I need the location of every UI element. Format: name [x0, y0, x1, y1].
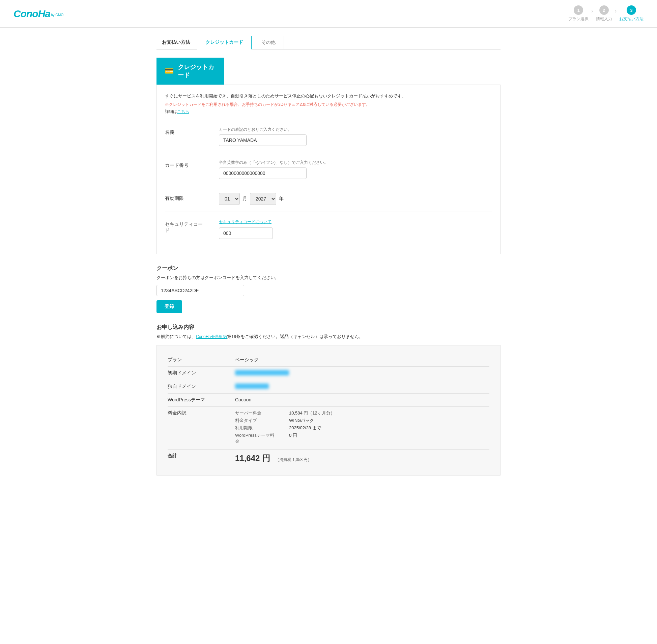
coupon-register-button[interactable]: 登録 [156, 300, 182, 313]
coupon-title: クーポン [156, 265, 501, 272]
security-label: セキュリティコード [165, 219, 205, 233]
step-2-circle: 2 [599, 5, 609, 15]
order-val-own-domain [235, 384, 269, 390]
order-key-wp-theme: WordPressテーマ [168, 397, 222, 403]
month-unit: 月 [242, 196, 247, 202]
wp-theme-fee-label: WordPressテーマ料金 [235, 432, 276, 444]
order-key-total: 合計 [168, 453, 222, 459]
card-number-label: カード番号 [165, 160, 205, 168]
order-val-initial-domain [235, 370, 289, 376]
order-val-plan: ベーシック [235, 357, 259, 363]
step-arrow-1: › [591, 8, 593, 14]
order-row-initial-domain: 初期ドメイン [168, 367, 489, 380]
coupon-desc: クーポンをお持ちの方はクーポンコードを入力してください。 [156, 275, 501, 281]
total-amount: 11,642 円 [235, 454, 270, 463]
wp-theme-fee-val: 0 円 [289, 432, 297, 444]
security-code-link[interactable]: セキュリティコードについて [219, 220, 271, 224]
tab-other[interactable]: その他 [253, 36, 284, 49]
step-1-circle: 1 [574, 5, 583, 15]
credit-card-title: クレジットカード [178, 63, 216, 79]
sub-row-type: 料金タイプ WINGパック [235, 417, 335, 423]
fee-type-val: WINGパック [289, 417, 314, 423]
credit-card-icon: 💳 [165, 67, 174, 75]
step-3: 3 お支払い方法 [619, 5, 643, 22]
order-section: お申し込み内容 ※解約については、ConoHa会員規約第19条をご確認ください。… [156, 324, 501, 476]
tab-credit-card[interactable]: クレジットカード [197, 36, 251, 49]
header: ConoHa by GMO 1 プラン選択 › 2 情報入力 › 3 お支払い方… [0, 0, 657, 28]
name-input[interactable] [219, 135, 307, 146]
card-number-input[interactable] [219, 167, 307, 179]
server-fee-val: 10,584 円（12ヶ月分） [289, 410, 335, 416]
order-note: ※解約については、ConoHa会員規約第19条をご確認ください。返品（キャンセル… [156, 334, 501, 340]
order-title: お申し込み内容 [156, 324, 501, 331]
link-prefix: 詳細は [165, 109, 177, 114]
tabs-container: お支払い方法 クレジットカード その他 [156, 36, 501, 49]
order-key-price-detail: 料金内訳 [168, 410, 222, 416]
order-terms-link[interactable]: ConoHa会員規約 [196, 334, 227, 339]
step-arrow-2: › [615, 8, 616, 14]
credit-warning-text: ※クレジットカードをご利用される場合、お手持ちのカードが3Dセキュア2.0に対応… [165, 102, 492, 108]
expiry-row: 01020304 05060708 09101112 月 20242025202… [219, 193, 492, 205]
tax-note: （消費税 1,058 円） [275, 457, 312, 462]
logo-area: ConoHa by GMO [14, 8, 63, 20]
form-row-expiry: 有効期限 01020304 05060708 09101112 月 202420… [165, 186, 492, 212]
step-2-label: 情報入力 [596, 16, 612, 22]
credit-card-header: 💳 クレジットカード [156, 58, 224, 85]
step-3-circle: 3 [627, 5, 636, 15]
own-domain-blurred [235, 384, 269, 389]
server-fee-label: サーバー料金 [235, 410, 276, 416]
logo-sub: by GMO [51, 13, 63, 17]
order-row-price-detail: 料金内訳 サーバー料金 10,584 円（12ヶ月分） 料金タイプ WINGパッ… [168, 407, 489, 450]
step-1-label: プラン選択 [568, 16, 589, 22]
year-unit: 年 [279, 196, 284, 202]
security-code-input[interactable] [219, 228, 273, 239]
step-1: 1 プラン選択 [568, 5, 589, 22]
expiry-label: 有効期限 [165, 193, 205, 202]
coupon-input[interactable] [156, 285, 244, 296]
main-content: お支払い方法 クレジットカード その他 💳 クレジットカード すぐにサービスを利… [143, 28, 514, 495]
order-key-initial-domain: 初期ドメイン [168, 370, 222, 376]
period-val: 2025/02/28 まで [289, 425, 321, 431]
name-label: 名義 [165, 127, 205, 136]
credit-card-body: すぐにサービスを利用開始でき、自動引き落としのためサービス停止の心配もないクレジ… [156, 85, 501, 254]
coupon-section: クーポン クーポンをお持ちの方はクーポンコードを入力してください。 登録 [156, 265, 501, 313]
name-hint: カードの表記のとおりご入力ください。 [219, 127, 492, 133]
form-row-card-number: カード番号 半角英数字のみ（「-(ハイフン)」なし）でご入力ください。 [165, 153, 492, 186]
order-row-own-domain: 独自ドメイン [168, 380, 489, 394]
card-number-hint: 半角英数字のみ（「-(ハイフン)」なし）でご入力ください。 [219, 160, 492, 165]
sub-row-wp-fee: WordPressテーマ料金 0 円 [235, 432, 335, 444]
step-2: 2 情報入力 [596, 5, 612, 22]
initial-domain-blurred [235, 370, 289, 375]
order-key-own-domain: 独自ドメイン [168, 384, 222, 390]
security-field-container: セキュリティコードについて [219, 219, 492, 239]
expiry-year-select[interactable]: 202420252026 202720282029 20302031203220… [250, 193, 276, 205]
order-val-price-detail: サーバー料金 10,584 円（12ヶ月分） 料金タイプ WINGパック 利用期… [235, 410, 335, 446]
payment-method-label: お支払い方法 [156, 36, 196, 49]
sub-row-period: 利用期限 2025/02/28 まで [235, 425, 335, 431]
expiry-month-select[interactable]: 01020304 05060708 09101112 [219, 193, 240, 205]
step-3-label: お支払い方法 [619, 16, 643, 22]
order-table: プラン ベーシック 初期ドメイン 独自ドメイン WordPressテーマ [156, 345, 501, 476]
expiry-field-container: 01020304 05060708 09101112 月 20242025202… [219, 193, 492, 205]
sub-row-server: サーバー料金 10,584 円（12ヶ月分） [235, 410, 335, 416]
steps: 1 プラン選択 › 2 情報入力 › 3 お支払い方法 [568, 5, 643, 22]
card-number-field-container: 半角英数字のみ（「-(ハイフン)」なし）でご入力ください。 [219, 160, 492, 179]
period-label: 利用期限 [235, 425, 276, 431]
order-val-wp-theme: Cocoon [235, 397, 251, 402]
form-row-name: 名義 カードの表記のとおりご入力ください。 [165, 120, 492, 153]
order-row-plan: プラン ベーシック [168, 353, 489, 367]
fee-type-label: 料金タイプ [235, 417, 276, 423]
order-row-total: 合計 11,642 円 （消費税 1,058 円） [168, 450, 489, 467]
detail-link[interactable]: こちら [177, 109, 189, 114]
name-field-container: カードの表記のとおりご入力ください。 [219, 127, 492, 146]
order-row-wp-theme: WordPressテーマ Cocoon [168, 394, 489, 407]
credit-info-text: すぐにサービスを利用開始でき、自動引き落としのためサービス停止の心配もないクレジ… [165, 93, 492, 99]
order-val-total: 11,642 円 （消費税 1,058 円） [235, 453, 312, 464]
order-key-plan: プラン [168, 357, 222, 363]
logo: ConoHa [14, 8, 50, 20]
form-row-security: セキュリティコード セキュリティコードについて [165, 212, 492, 246]
